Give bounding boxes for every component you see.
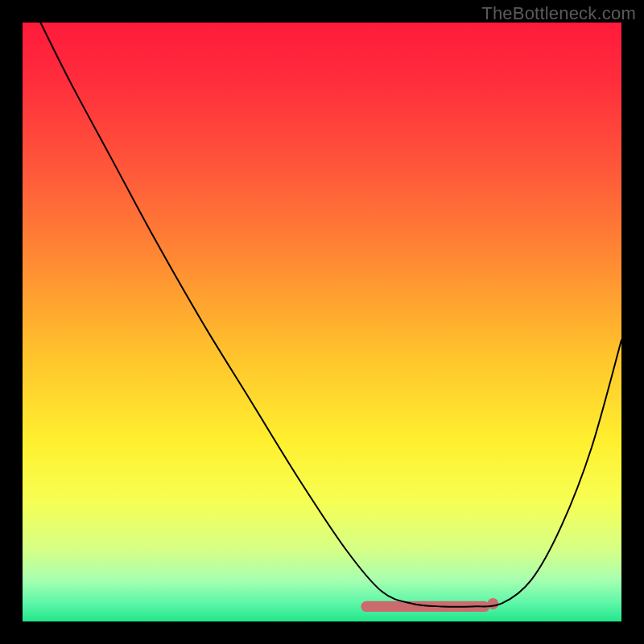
plot-area [23, 23, 621, 621]
highlight-bar [361, 598, 498, 612]
watermark-text: TheBottleneck.com [481, 3, 636, 24]
svg-point-2 [487, 598, 498, 609]
bottleneck-curve [40, 23, 621, 607]
curve-overlay [23, 23, 621, 621]
chart-frame: TheBottleneck.com [0, 0, 644, 644]
